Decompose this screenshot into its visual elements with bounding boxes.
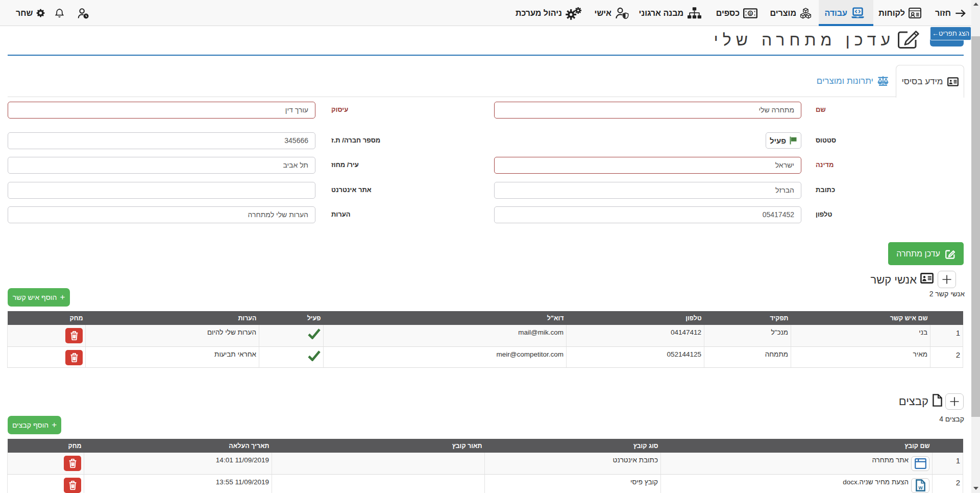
svg-text:w: w — [918, 484, 923, 490]
svg-text:0: 0 — [749, 11, 752, 16]
